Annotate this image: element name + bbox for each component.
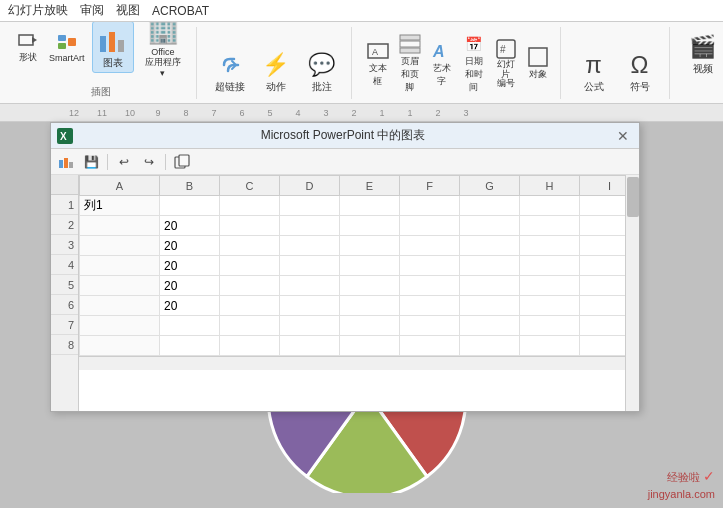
row-header-7[interactable]: 7 (51, 315, 78, 335)
grid-cell[interactable] (280, 296, 340, 316)
grid-cell[interactable] (220, 236, 280, 256)
grid-cell[interactable] (340, 336, 400, 356)
col-header-h[interactable]: H (520, 176, 580, 196)
ss-copy-button[interactable] (171, 152, 193, 172)
slidenum-button[interactable]: # 幻灯片编号 (492, 36, 520, 92)
col-header-d[interactable]: D (280, 176, 340, 196)
grid-cell[interactable] (580, 316, 626, 336)
grid-cell[interactable] (220, 316, 280, 336)
hyperlink-button[interactable]: 超链接 (209, 46, 251, 96)
video-button[interactable]: 🎬 视频 (682, 28, 723, 78)
grid-cell[interactable] (160, 196, 220, 216)
grid-cell[interactable] (80, 336, 160, 356)
symbol-button[interactable]: Ω 符号 (619, 46, 661, 96)
grid-cell[interactable] (80, 296, 160, 316)
grid-cell[interactable] (580, 276, 626, 296)
office-apps-button[interactable]: 🏢 Office应用程序▾ (138, 22, 187, 82)
grid-cell[interactable] (280, 216, 340, 236)
grid-cell[interactable] (460, 216, 520, 236)
row-header-6[interactable]: 6 (51, 295, 78, 315)
action-button[interactable]: ⚡ 动作 (255, 46, 297, 96)
grid-cell[interactable] (520, 196, 580, 216)
menu-item-acrobat[interactable]: ACROBAT (152, 4, 209, 18)
grid-cell[interactable] (220, 216, 280, 236)
shapes-button[interactable]: 形状 (14, 27, 42, 66)
comment-button[interactable]: 💬 批注 (301, 46, 343, 96)
grid-cell[interactable] (400, 196, 460, 216)
grid-cell[interactable] (80, 316, 160, 336)
ss-redo-button[interactable]: ↪ (138, 152, 160, 172)
artword-button[interactable]: A 艺术字 (428, 38, 456, 90)
textbox-button[interactable]: A 文本框 (364, 38, 392, 90)
grid-cell[interactable] (280, 196, 340, 216)
grid-cell[interactable] (400, 256, 460, 276)
grid-cell[interactable]: 20 (160, 256, 220, 276)
row-header-1[interactable]: 1 (51, 195, 78, 215)
grid-cell[interactable] (520, 296, 580, 316)
grid-cell[interactable]: 20 (160, 296, 220, 316)
col-header-i[interactable]: I (580, 176, 626, 196)
grid-cell[interactable] (580, 216, 626, 236)
object-button[interactable]: 对象 (524, 44, 552, 83)
grid-cell[interactable] (400, 316, 460, 336)
grid-cell[interactable] (520, 216, 580, 236)
grid-cell[interactable] (340, 256, 400, 276)
grid-cell[interactable] (400, 236, 460, 256)
grid-cell[interactable] (80, 216, 160, 236)
grid-cell[interactable]: 20 (160, 276, 220, 296)
horizontal-scrollbar[interactable] (79, 356, 625, 370)
spreadsheet-grid[interactable]: A B C D E F G H I 列12020202020 (79, 175, 625, 411)
row-header-5[interactable]: 5 (51, 275, 78, 295)
grid-cell[interactable] (460, 316, 520, 336)
grid-cell[interactable] (400, 296, 460, 316)
grid-cell[interactable] (460, 296, 520, 316)
scrollbar-thumb[interactable] (627, 177, 639, 217)
grid-cell[interactable] (280, 236, 340, 256)
grid-cell[interactable]: 20 (160, 216, 220, 236)
grid-cell[interactable] (340, 276, 400, 296)
row-header-8[interactable]: 8 (51, 335, 78, 355)
grid-cell[interactable] (160, 316, 220, 336)
grid-cell[interactable] (280, 316, 340, 336)
grid-cell[interactable] (520, 256, 580, 276)
grid-cell[interactable] (400, 336, 460, 356)
grid-cell[interactable] (400, 216, 460, 236)
formula-button[interactable]: π 公式 (573, 46, 615, 96)
chart-button[interactable]: 图表 (92, 22, 135, 73)
grid-cell[interactable] (520, 276, 580, 296)
grid-cell[interactable] (580, 196, 626, 216)
grid-cell[interactable] (460, 256, 520, 276)
grid-cell[interactable] (580, 336, 626, 356)
grid-cell[interactable] (580, 296, 626, 316)
ss-undo-button[interactable]: ↩ (113, 152, 135, 172)
col-header-f[interactable]: F (400, 176, 460, 196)
grid-cell[interactable] (520, 236, 580, 256)
ss-save-button[interactable]: 💾 (80, 152, 102, 172)
header-footer-button[interactable]: 页眉和页脚 (396, 31, 424, 96)
grid-cell[interactable] (220, 196, 280, 216)
grid-cell[interactable] (460, 196, 520, 216)
grid-cell[interactable] (160, 336, 220, 356)
grid-cell[interactable] (340, 216, 400, 236)
grid-cell[interactable]: 20 (160, 236, 220, 256)
grid-cell[interactable] (80, 276, 160, 296)
col-header-c[interactable]: C (220, 176, 280, 196)
grid-cell[interactable] (580, 256, 626, 276)
grid-cell[interactable] (220, 276, 280, 296)
col-header-a[interactable]: A (80, 176, 160, 196)
grid-cell[interactable] (220, 256, 280, 276)
grid-cell[interactable] (340, 196, 400, 216)
grid-cell[interactable] (460, 336, 520, 356)
menu-item-slideshow[interactable]: 幻灯片放映 (8, 2, 68, 19)
grid-cell[interactable] (520, 316, 580, 336)
vertical-scrollbar[interactable] (625, 175, 639, 411)
smartart-button[interactable]: SmartArt (46, 29, 88, 65)
grid-cell[interactable] (80, 236, 160, 256)
grid-cell[interactable] (460, 276, 520, 296)
grid-cell[interactable] (280, 276, 340, 296)
grid-cell[interactable] (220, 336, 280, 356)
menu-item-view[interactable]: 视图 (116, 2, 140, 19)
row-header-3[interactable]: 3 (51, 235, 78, 255)
row-header-4[interactable]: 4 (51, 255, 78, 275)
grid-cell[interactable] (520, 336, 580, 356)
